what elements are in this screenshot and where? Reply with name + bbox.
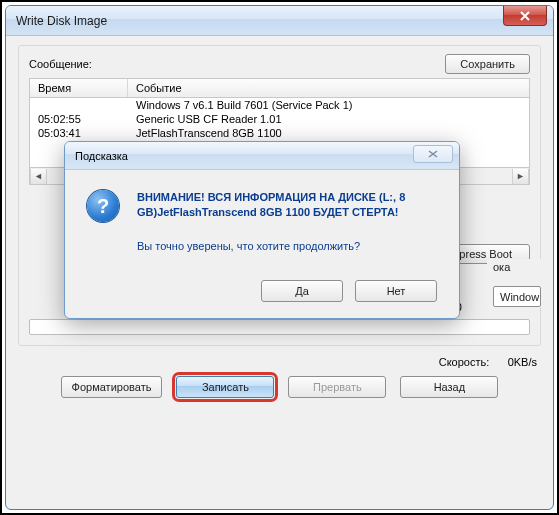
no-button[interactable]: Нет: [355, 280, 437, 302]
dialog-text: ВНИМАНИЕ! ВСЯ ИНФОРМАЦИЯ НА ДИСКЕ (L:, 8…: [137, 190, 437, 254]
back-button[interactable]: Назад: [400, 376, 498, 398]
partial-combo[interactable]: Window: [493, 286, 541, 307]
window-close-button[interactable]: [503, 6, 547, 26]
dialog-close-button[interactable]: [413, 145, 453, 163]
scroll-left-icon[interactable]: ◄: [30, 169, 47, 184]
dialog-titlebar[interactable]: Подсказка: [65, 142, 459, 170]
dialog-title: Подсказка: [75, 150, 128, 162]
speed-row: Скорость: 0KB/s: [18, 356, 537, 368]
progress-bar: [29, 319, 530, 335]
col-time[interactable]: Время: [30, 79, 128, 97]
message-label: Сообщение:: [29, 58, 92, 70]
close-icon: [428, 150, 438, 158]
main-window: Write Disk Image Сообщение: Сохранить Вр…: [5, 5, 554, 510]
abort-button[interactable]: Прервать: [288, 376, 386, 398]
confirm-dialog: Подсказка ? ВНИМАНИЕ! ВСЯ ИНФОРМАЦИЯ НА …: [64, 141, 460, 319]
write-button[interactable]: Записать: [176, 376, 274, 398]
table-row: 05:02:55Generic USB CF Reader 1.01: [30, 112, 529, 126]
titlebar[interactable]: Write Disk Image: [6, 6, 553, 36]
log-header: Время Событие: [29, 78, 530, 98]
format-button[interactable]: Форматировать: [61, 376, 163, 398]
question-icon: ?: [87, 190, 119, 222]
col-event[interactable]: Событие: [128, 79, 529, 97]
partial-right-fragment: ока Window: [487, 259, 541, 307]
window-title: Write Disk Image: [16, 14, 107, 28]
close-icon: [519, 11, 531, 21]
table-row: Windows 7 v6.1 Build 7601 (Service Pack …: [30, 98, 529, 112]
table-row: 05:03:41JetFlashTranscend 8GB 1100: [30, 126, 529, 140]
save-button[interactable]: Сохранить: [445, 54, 530, 74]
scroll-right-icon[interactable]: ►: [512, 169, 529, 184]
yes-button[interactable]: Да: [261, 280, 343, 302]
